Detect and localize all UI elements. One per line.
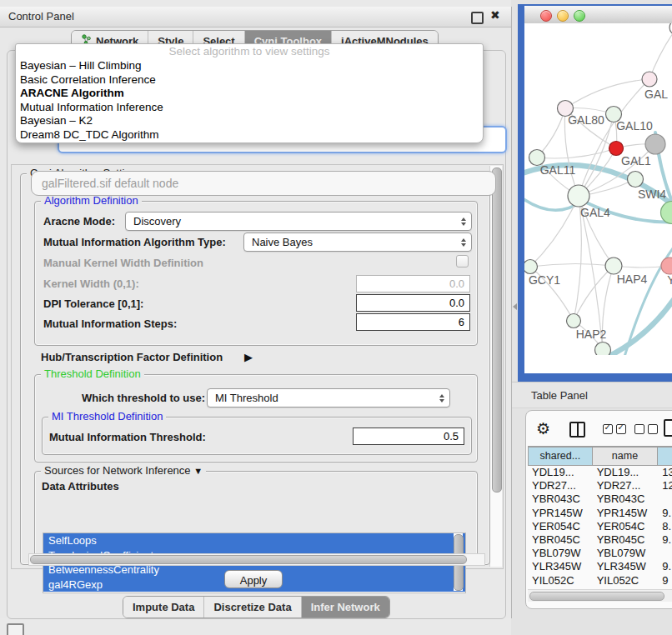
panel-divider-collapse-icon[interactable] [513, 303, 517, 310]
checked-box-icon [603, 424, 613, 434]
deselect-all-columns-icon[interactable] [634, 424, 658, 434]
file-icon[interactable] [664, 419, 672, 437]
node-label: GAL10 [616, 119, 653, 132]
settings-hscrollbar-thumb[interactable] [30, 555, 467, 564]
network-window-titlebar[interactable] [524, 6, 672, 24]
column-header[interactable]: name [593, 447, 659, 466]
mi-type-combo[interactable]: Naive Bayes [243, 232, 472, 252]
settings-vertical-scrollbar[interactable] [489, 166, 502, 567]
network-canvas[interactable]: GALGAL80GAL10GAL1GAL11SWI4GAL4GCY1HAP4YH… [524, 23, 672, 355]
dpi-tolerance-input[interactable] [356, 294, 470, 312]
control-panel-window: Control Panel ✖ galFiltered.sif default … [0, 7, 512, 618]
table-cell: YDR27... [528, 479, 593, 492]
table-row[interactable]: YPR145WYPR145W9. [528, 507, 672, 520]
node-label: HAP4 [617, 272, 648, 286]
table-row[interactable]: YBR043CYBR043C [528, 492, 672, 506]
table-cell: YBR045C [528, 533, 593, 547]
table-cell: YLR345W [593, 560, 659, 573]
algorithm-option[interactable]: ARACNE Algorithm [16, 87, 483, 101]
node-table[interactable]: shared...nameYDL19...YDL19...13YDR27...Y… [528, 446, 672, 587]
table-row[interactable]: YDR27...YDR27...12 [528, 479, 672, 492]
node-pink[interactable] [661, 258, 672, 274]
threshold-definition-title: Threshold Definition [41, 368, 144, 380]
network-edge-highlighted[interactable] [604, 288, 672, 355]
bottom-tab-infer-network[interactable]: Infer Network [301, 597, 389, 618]
settings-scroll-area: Cyni Algorithm Settings Algorithm Defini… [11, 164, 504, 569]
table-row[interactable]: YER054CYER054C8. [528, 520, 672, 533]
table-cell [658, 492, 672, 506]
bottom-tab-discretize-data[interactable]: Discretize Data [203, 597, 300, 618]
table-cell: YDL19... [528, 466, 593, 479]
close-traffic-light-icon[interactable] [540, 10, 552, 22]
node-hap2[interactable] [567, 314, 581, 328]
table-cell: YDL19... [593, 466, 659, 479]
algorithm-option[interactable]: Basic Correlation Inference [16, 73, 483, 88]
node-gal4[interactable] [568, 185, 589, 207]
mi-type-label: Mutual Information Algorithm Type: [43, 236, 226, 248]
apply-button[interactable]: Apply [224, 570, 283, 588]
network-source-field[interactable]: galFiltered.sif default node [31, 171, 496, 196]
column-header[interactable]: shared... [528, 447, 593, 466]
node-hap4[interactable] [605, 258, 622, 274]
dock-panel-icon[interactable] [7, 623, 24, 635]
table-row[interactable]: YBL079WYBL079W [528, 547, 672, 560]
table-cell: YER054C [528, 520, 593, 533]
table-cell: YBR043C [593, 492, 659, 506]
node-gray[interactable] [645, 134, 665, 154]
settings-horizontal-scrollbar[interactable] [28, 553, 485, 566]
network-graph[interactable]: GALGAL80GAL10GAL1GAL11SWI4GAL4GCY1HAP4YH… [524, 23, 672, 355]
bottom-tab-impute-data[interactable]: Impute Data [123, 597, 203, 618]
expand-section-arrow-icon[interactable]: ▶ [244, 351, 253, 363]
algorithm-option[interactable]: Dream8 DC_TDC Algorithm [16, 128, 483, 142]
sources-title: Sources for Network Inference ▼ [41, 465, 206, 477]
minimize-traffic-light-icon[interactable] [557, 10, 569, 22]
manual-kernel-label: Manual Kernel Width Definition [43, 257, 203, 269]
zoom-traffic-light-icon[interactable] [574, 10, 585, 22]
table-row[interactable]: YBR045CYBR045C9. [528, 533, 672, 547]
network-view-window[interactable]: GALGAL80GAL10GAL1GAL11SWI4GAL4GCY1HAP4YH… [518, 4, 672, 382]
collapse-section-arrow-icon[interactable]: ▼ [193, 466, 203, 476]
select-all-columns-icon[interactable] [603, 424, 626, 434]
node-label: GAL1 [621, 154, 651, 168]
table-scrollbar-thumb[interactable] [529, 592, 664, 601]
algorithm-option[interactable]: Bayesian – K2 [16, 114, 483, 128]
node-label: SWI4 [638, 188, 666, 201]
close-panel-button[interactable]: ✖ [490, 8, 500, 22]
sources-title-text: Sources for Network Inference [44, 464, 191, 477]
table-row[interactable]: YDL19...YDL19...13 [528, 466, 672, 479]
network-edge[interactable] [537, 148, 616, 158]
settings-scrollbar-thumb[interactable] [492, 168, 502, 492]
network-edge[interactable] [565, 79, 649, 108]
network-edge[interactable] [530, 263, 614, 267]
node-swi4[interactable] [628, 172, 644, 188]
algorithm-option[interactable]: Bayesian – Hill Climbing [16, 59, 483, 73]
column-header[interactable] [658, 447, 672, 466]
network-edge[interactable] [537, 108, 565, 158]
control-panel-titlebar[interactable]: Control Panel ✖ [0, 7, 511, 28]
dpi-tolerance-label: DPI Tolerance [0,1]: [43, 298, 143, 310]
table-cell: YIL052C [528, 574, 593, 588]
node-gal-cut[interactable] [642, 72, 657, 87]
split-columns-icon[interactable] [569, 422, 585, 438]
float-panel-button[interactable] [471, 12, 484, 24]
aracne-mode-combo[interactable]: Discovery [125, 212, 472, 231]
network-edge-highlighted[interactable] [624, 236, 672, 355]
algorithm-option[interactable]: Mutual Information Inference [16, 101, 483, 115]
node-bottom[interactable] [595, 342, 611, 356]
mi-steps-input[interactable] [356, 313, 470, 331]
checked-box-icon [616, 424, 626, 434]
attribute-list-item[interactable]: SelfLoops [43, 533, 465, 548]
table-horizontal-scrollbar[interactable] [528, 589, 672, 602]
which-threshold-combo[interactable]: MI Threshold [207, 388, 450, 408]
node-gcy1[interactable] [524, 260, 538, 274]
gear-icon[interactable]: ⚙ [536, 421, 550, 437]
network-edge[interactable] [649, 28, 672, 79]
mi-threshold-input[interactable] [353, 428, 464, 445]
table-cell: YLR345W [528, 560, 593, 573]
kernel-width-input[interactable] [356, 275, 470, 292]
node-gal1[interactable] [609, 142, 624, 156]
manual-kernel-checkbox[interactable] [456, 255, 469, 268]
table-row[interactable]: YIL052CYIL052C9 [528, 574, 672, 588]
node-label: HAP2 [576, 328, 607, 341]
table-row[interactable]: YLR345WYLR345W9. [528, 560, 672, 573]
